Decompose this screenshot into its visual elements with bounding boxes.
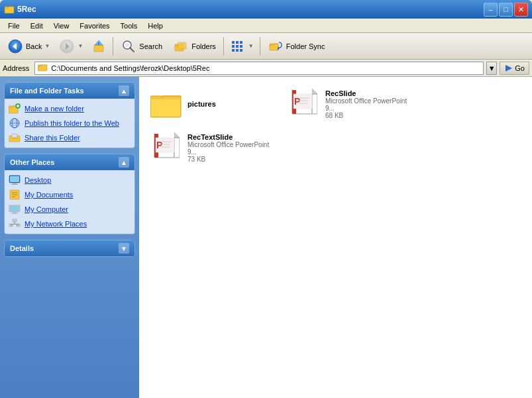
search-button[interactable]: Search xyxy=(116,36,167,57)
list-item[interactable]: P RecSlide Microsoft Office PowerPoint 9… xyxy=(285,85,417,123)
maximize-button[interactable]: □ xyxy=(499,3,513,17)
publish-folder-label: Publish this folder to the Web xyxy=(25,119,119,127)
my-network-places-link[interactable]: My Network Places xyxy=(9,218,131,230)
other-places-panel: Other Places ▲ Desktop xyxy=(4,154,135,234)
make-new-folder-link[interactable]: Make a new folder xyxy=(9,103,131,115)
svg-rect-72 xyxy=(174,138,180,158)
desktop-link[interactable]: Desktop xyxy=(9,174,131,186)
list-item[interactable]: pictures xyxy=(147,85,280,123)
rectextslide-name: RecTextSlide xyxy=(187,133,276,141)
my-computer-label: My Computer xyxy=(25,205,68,213)
make-new-folder-label: Make a new folder xyxy=(25,105,84,113)
folders-button[interactable]: Folders xyxy=(168,36,221,57)
toolbar-separator-3 xyxy=(260,37,260,56)
ppt-recslide-icon: P xyxy=(288,88,320,120)
my-computer-link[interactable]: My Computer xyxy=(9,203,131,215)
forward-button[interactable]: ▼ xyxy=(56,36,86,57)
recslide-details: RecSlide Microsoft Office PowerPoint 9..… xyxy=(325,89,414,119)
svg-line-9 xyxy=(130,48,134,52)
my-documents-label: My Documents xyxy=(25,191,73,199)
publish-folder-icon xyxy=(9,117,21,129)
svg-rect-16 xyxy=(232,45,235,48)
svg-rect-17 xyxy=(236,45,239,48)
svg-marker-60 xyxy=(312,89,317,94)
svg-rect-13 xyxy=(232,41,235,44)
folder-sync-icon xyxy=(268,38,284,54)
svg-text:P: P xyxy=(294,96,300,107)
go-label: Go xyxy=(515,64,525,72)
up-icon xyxy=(91,38,107,54)
back-dropdown-arrow: ▼ xyxy=(44,43,50,49)
address-dropdown-arrow[interactable]: ▼ xyxy=(486,62,497,75)
svg-marker-25 xyxy=(505,65,512,72)
svg-rect-21 xyxy=(240,49,242,52)
my-documents-link[interactable]: My Documents xyxy=(9,189,131,201)
folders-icon xyxy=(173,38,189,54)
main: File and Folder Tasks ▲ Make a new f xyxy=(0,77,532,398)
menu-help[interactable]: Help xyxy=(142,21,168,31)
forward-icon xyxy=(59,38,75,54)
address-label: Address xyxy=(3,64,32,72)
expand-details-icon[interactable]: ▼ xyxy=(119,243,129,254)
share-folder-icon xyxy=(9,132,21,144)
other-places-body: Desktop My Documents xyxy=(5,170,134,234)
folder-sync-label: Folder Sync xyxy=(286,42,325,50)
svg-rect-14 xyxy=(236,41,239,44)
back-icon xyxy=(7,38,23,54)
svg-rect-41 xyxy=(11,184,18,185)
share-folder-link[interactable]: Share this Folder xyxy=(9,132,131,144)
title-text: 5Rec xyxy=(17,5,484,14)
close-button[interactable]: ✕ xyxy=(514,3,528,17)
left-panel: File and Folder Tasks ▲ Make a new f xyxy=(0,77,139,398)
menu-favorites[interactable]: Favorites xyxy=(74,21,115,31)
svg-rect-48 xyxy=(13,212,17,213)
go-button[interactable]: Go xyxy=(500,62,529,75)
toolbar: Back ▼ ▼ xyxy=(0,33,532,60)
other-places-title: Other Places xyxy=(10,158,54,166)
svg-rect-58 xyxy=(150,98,181,99)
ppt-rectextslide-icon: P xyxy=(150,132,182,164)
toolbar-separator-1 xyxy=(113,37,113,56)
minimize-button[interactable]: – xyxy=(484,3,498,17)
menu-view[interactable]: View xyxy=(48,21,75,31)
folders-label: Folders xyxy=(191,42,216,50)
svg-point-10 xyxy=(125,43,129,47)
my-network-places-icon xyxy=(9,218,21,230)
my-documents-icon xyxy=(9,189,21,201)
details-header: Details ▼ xyxy=(5,240,134,256)
back-button[interactable]: Back ▼ xyxy=(3,36,54,57)
svg-rect-62 xyxy=(312,94,317,114)
folder-icon xyxy=(150,88,182,120)
desktop-icon xyxy=(9,174,21,186)
svg-rect-12 xyxy=(178,42,186,49)
svg-rect-50 xyxy=(13,219,17,222)
address-bar: Address ▼ Go xyxy=(0,60,532,77)
folder-details: pictures xyxy=(187,100,216,108)
view-button[interactable]: ▼ xyxy=(227,36,257,57)
address-folder-icon xyxy=(38,63,48,74)
file-folder-tasks-header: File and Folder Tasks ▲ xyxy=(5,83,134,99)
menu-edit[interactable]: Edit xyxy=(25,21,48,31)
make-new-folder-icon xyxy=(9,103,21,115)
my-network-places-label: My Network Places xyxy=(25,220,87,228)
address-input-wrapper xyxy=(34,62,484,75)
view-icon xyxy=(230,38,246,54)
list-item[interactable]: P RecTextSlide Microsoft Office PowerPoi… xyxy=(147,128,280,167)
rectextslide-details: RecTextSlide Microsoft Office PowerPoint… xyxy=(187,133,276,163)
svg-text:P: P xyxy=(156,140,162,150)
up-button[interactable] xyxy=(87,36,110,57)
menu-file[interactable]: File xyxy=(3,21,25,31)
toolbar-separator-2 xyxy=(223,37,224,56)
forward-dropdown-arrow: ▼ xyxy=(78,43,83,49)
desktop-label: Desktop xyxy=(25,176,51,184)
publish-folder-link[interactable]: Publish this folder to the Web xyxy=(9,117,131,129)
folder-sync-button[interactable]: Folder Sync xyxy=(263,36,330,57)
svg-rect-19 xyxy=(232,49,235,52)
back-label: Back xyxy=(26,42,42,50)
file-folder-tasks-panel: File and Folder Tasks ▲ Make a new f xyxy=(4,82,135,148)
address-input[interactable] xyxy=(51,64,480,72)
collapse-other-places-icon[interactable]: ▲ xyxy=(119,157,129,168)
menu-tools[interactable]: Tools xyxy=(115,21,143,31)
folder-name: pictures xyxy=(187,100,216,108)
collapse-file-tasks-icon[interactable]: ▲ xyxy=(119,85,129,96)
